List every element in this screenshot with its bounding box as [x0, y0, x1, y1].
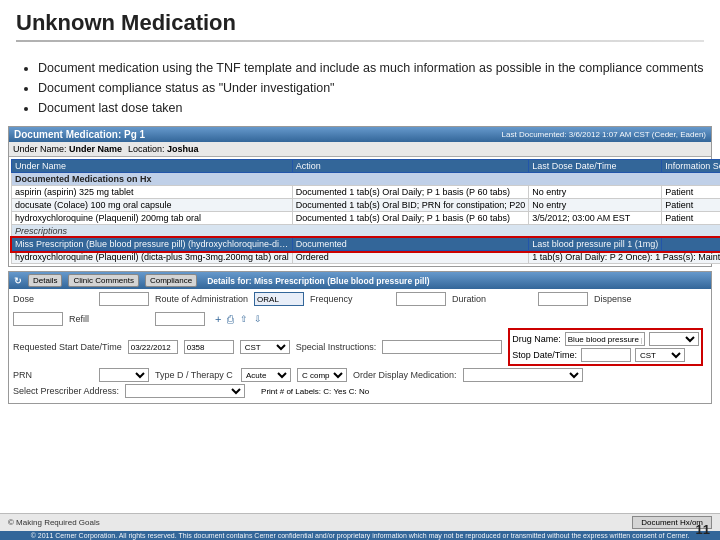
route-label: Route of Administration	[155, 294, 248, 304]
page-wrapper: Unknown Medication Document medication u…	[0, 0, 720, 540]
selected-med-info	[662, 238, 720, 251]
med-action: Documented 1 tab(s) Oral Daily; P 1 basi…	[292, 186, 529, 199]
dispense-label: Dispense	[594, 294, 674, 304]
dispense-input[interactable]	[13, 312, 63, 326]
print-labels-text: Print # of Labels: C: Yes C: No	[261, 387, 369, 396]
stop-date-input[interactable]	[581, 348, 631, 362]
med-info-source: Patient	[662, 199, 720, 212]
route-input[interactable]	[254, 292, 304, 306]
duration-input[interactable]	[538, 292, 588, 306]
page-title: Unknown Medication	[16, 10, 704, 36]
table-row[interactable]: hydroxychloroquine (Plaquenil) (dicta-pl…	[12, 251, 721, 264]
footer-left: © Making Required Goals	[8, 518, 100, 527]
dose-label: Dose	[13, 294, 93, 304]
type-label: Type D / Therapy C	[155, 370, 235, 380]
header-divider	[16, 40, 704, 42]
footer: © Making Required Goals Document Hx/om	[0, 513, 720, 531]
detail-titlebar: ↻ Details Clinic Comments Compliance Det…	[9, 272, 711, 289]
bullet-1: Document medication using the TNF templa…	[38, 58, 704, 78]
copyright-text: © 2011 Cerner Corporation. All rights re…	[31, 532, 690, 539]
detail-panel: ↻ Details Clinic Comments Compliance Det…	[8, 271, 712, 404]
doc-window-titlebar: Document Medication: Pg 1 Last Documente…	[9, 127, 711, 142]
section-header-documented: Documented Medications on Hx	[12, 173, 721, 186]
drug-name-input[interactable]	[565, 332, 645, 346]
doc-window-toolbar: Under Name: Under Name Location: Joshua	[9, 142, 711, 157]
med-name: docusate (Colace) 100 mg oral capsule	[12, 199, 293, 212]
special-instructions-label: Special Instructions:	[296, 342, 377, 352]
other-med-name: hydroxychloroquine (Plaquenil) (dicta-pl…	[12, 251, 293, 264]
col-last-dose: Last Dose Date/Time	[529, 160, 662, 173]
copy-icon[interactable]: ⎙	[227, 313, 234, 325]
select-prescriber-label: Select Prescriber Address:	[13, 386, 119, 396]
med-info-source: Patient	[662, 212, 720, 225]
bullet-3: Document last dose taken	[38, 98, 704, 118]
duration-label: Duration	[452, 294, 532, 304]
drug-name-box: Drug Name: Stop Date/Time: CST	[508, 328, 703, 366]
med-name: hydroxychloroquine (Plaquenil) 200mg tab…	[12, 212, 293, 225]
prescriber-select[interactable]	[125, 384, 245, 398]
col-name: Under Name	[12, 160, 293, 173]
reload-icon[interactable]: ↻	[14, 276, 22, 286]
add-icon[interactable]: +	[215, 313, 221, 325]
copyright-bar: © 2011 Cerner Corporation. All rights re…	[0, 531, 720, 540]
table-row[interactable]: aspirin (aspirin) 325 mg tablet Document…	[12, 186, 721, 199]
selected-med-action: Documented	[292, 238, 529, 251]
page-number: 11	[696, 522, 710, 537]
type-select[interactable]: Acute	[241, 368, 291, 382]
details-tab[interactable]: Details	[28, 274, 62, 287]
med-last-dose: 3/5/2012; 03:00 AM EST	[529, 212, 662, 225]
med-info-source: Patient	[662, 186, 720, 199]
header: Unknown Medication	[0, 0, 720, 56]
med-last-dose: No entry	[529, 199, 662, 212]
special-instructions-input[interactable]	[382, 340, 502, 354]
table-row[interactable]: hydroxychloroquine (Plaquenil) 200mg tab…	[12, 212, 721, 225]
arrow-down-icon[interactable]: ⇩	[254, 314, 262, 324]
stop-date-label: Stop Date/Time:	[512, 350, 577, 360]
prn-label: PRN	[13, 370, 93, 380]
drug-name-select[interactable]	[649, 332, 699, 346]
selected-medication-row[interactable]: Miss Prescription (Blue blood pressure p…	[12, 238, 721, 251]
col-info-source: Information Source	[662, 160, 720, 173]
other-med-dose: 1 tab(s) Oral Daily: P 2 Once): 1 Pass(s…	[529, 251, 720, 264]
detail-row-4: Select Prescriber Address: Print # of La…	[13, 384, 707, 398]
doc-content: Under Name Action Last Dose Date/Time In…	[9, 157, 711, 266]
col-action: Action	[292, 160, 529, 173]
bullet-2: Document compliance status as "Under inv…	[38, 78, 704, 98]
bullets-section: Document medication using the TNF templa…	[0, 56, 720, 122]
clinic-comments-tab[interactable]: Clinic Comments	[68, 274, 138, 287]
dose-input[interactable]	[99, 292, 149, 306]
compliance-select[interactable]: C compliance	[297, 368, 347, 382]
subsection-header-prescriptions: Prescriptions	[12, 225, 721, 238]
doc-medication-window: Document Medication: Pg 1 Last Documente…	[8, 126, 712, 267]
detail-row-2: Requested Start Date/Time CST Special In…	[13, 328, 707, 366]
doc-window-title: Document Medication: Pg 1	[14, 129, 145, 140]
doc-window-last-documented: Last Documented: 3/6/2012 1:07 AM CST (C…	[502, 130, 706, 139]
med-last-dose: No entry	[529, 186, 662, 199]
selected-med-name: Miss Prescription (Blue blood pressure p…	[12, 238, 293, 251]
prn-select[interactable]	[99, 368, 149, 382]
table-row[interactable]: docusate (Colace) 100 mg oral capsule Do…	[12, 199, 721, 212]
frequency-label: Frequency	[310, 294, 390, 304]
other-med-action: Ordered	[292, 251, 529, 264]
toolbar-patient: Under Name: Under Name	[13, 144, 122, 154]
detail-row-1: Dose Route of Administration Frequency D…	[13, 292, 707, 326]
medications-table: Under Name Action Last Dose Date/Time In…	[11, 159, 720, 264]
selected-med-last-dose: Last blood pressure pill 1 (1mg)	[529, 238, 662, 251]
med-name: aspirin (aspirin) 325 mg tablet	[12, 186, 293, 199]
main-content: Document Medication: Pg 1 Last Documente…	[0, 122, 720, 513]
order-display-label: Order Display Medication:	[353, 370, 457, 380]
toolbar-location: Location: Joshua	[128, 144, 199, 154]
order-display-select[interactable]	[463, 368, 583, 382]
refill-input[interactable]	[155, 312, 205, 326]
compliance-tab[interactable]: Compliance	[145, 274, 197, 287]
detail-title: Details for: Miss Prescription (Blue blo…	[207, 276, 429, 286]
req-start-date-input[interactable]	[128, 340, 178, 354]
req-start-tz-select[interactable]: CST	[240, 340, 290, 354]
med-action: Documented 1 tab(s) Oral Daily; P 1 basi…	[292, 212, 529, 225]
req-start-time-input[interactable]	[184, 340, 234, 354]
req-start-label: Requested Start Date/Time	[13, 342, 122, 352]
stop-date-tz-select[interactable]: CST	[635, 348, 685, 362]
refill-label: Refill	[69, 314, 149, 324]
arrow-up-icon[interactable]: ⇧	[240, 314, 248, 324]
frequency-input[interactable]	[396, 292, 446, 306]
